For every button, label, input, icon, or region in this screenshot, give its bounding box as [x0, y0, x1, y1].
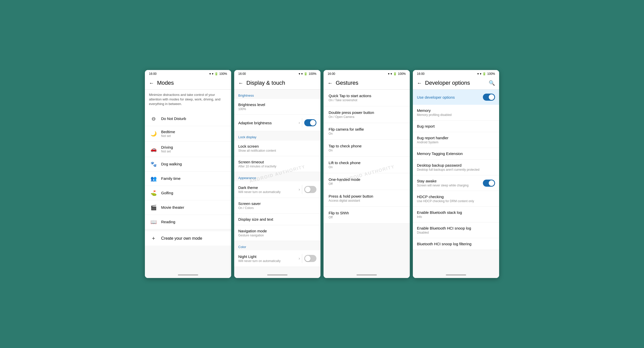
- setting-item-1-0[interactable]: Lock screenShow all notification content: [234, 141, 320, 156]
- gesture-name-7: Flip to Shhh: [329, 211, 405, 215]
- setting-item-1-1[interactable]: Screen timeoutAfter 10 minutes of inacti…: [234, 156, 320, 172]
- mode-name-7: Reading: [161, 220, 175, 224]
- gesture-item-3[interactable]: Tap to check phoneOn: [324, 140, 410, 156]
- modes-screen: 16:00 ▾ ▾ 🔋 100% ←ModesMinimize distract…: [145, 70, 231, 278]
- mode-item-3[interactable]: 🐾 Dog walking: [145, 157, 231, 171]
- setting-name-2-1: Screen saver: [238, 201, 316, 206]
- setting-item-2-3[interactable]: Navigation modeGesture navigation: [234, 225, 320, 241]
- screen-header: ←Display & touch: [234, 77, 320, 90]
- mode-item-6[interactable]: 🎬 Movie theater: [145, 200, 231, 215]
- mode-info-3: Dog walking: [161, 162, 182, 166]
- status-time: 16:00: [149, 72, 157, 76]
- mode-icon-0: ⊖: [150, 115, 157, 122]
- dev-setting-name-5: Stay awake: [417, 179, 468, 183]
- setting-sub-2-0: Will never turn on automatically: [238, 190, 299, 194]
- chevron-right-icon: ›: [299, 187, 300, 192]
- battery-icon: 🔋: [304, 72, 308, 76]
- mode-name-5: Golfing: [161, 191, 173, 195]
- mode-icon-7: 📖: [150, 218, 157, 225]
- setting-left-1-1: Screen timeoutAfter 10 minutes of inacti…: [238, 160, 316, 168]
- back-arrow-icon[interactable]: ←: [238, 80, 243, 86]
- status-time: 16:00: [417, 72, 425, 76]
- status-time: 16:00: [328, 72, 335, 76]
- setting-left-2-2: Display size and text: [238, 217, 316, 221]
- dev-setting-row-5[interactable]: Stay awakeScreen will never sleep while …: [413, 175, 499, 191]
- use-developer-options-row[interactable]: Use developer options: [413, 90, 499, 105]
- dev-setting-item-0[interactable]: MemoryMemory profiling disabled: [413, 105, 499, 120]
- dev-setting-sub-7: Info: [417, 215, 495, 219]
- gesture-item-2[interactable]: Flip camera for selfieOn: [324, 123, 410, 140]
- setting-sub-2-1: On / Colors: [238, 206, 316, 210]
- mode-item-5[interactable]: ⛳ Golfing: [145, 186, 231, 200]
- wifi-icon: ▾: [301, 72, 303, 76]
- gesture-item-1[interactable]: Double press power buttonOn / Open Camer…: [324, 106, 410, 123]
- setting-item-3-0[interactable]: Night LightWill never turn on automatica…: [234, 250, 320, 267]
- search-icon[interactable]: 🔍: [489, 80, 495, 86]
- setting-sub-3-0: Will never turn on automatically: [238, 259, 299, 263]
- gesture-name-2: Flip camera for selfie: [329, 127, 405, 131]
- back-arrow-icon[interactable]: ←: [328, 80, 333, 86]
- screen-title: Display & touch: [246, 80, 316, 86]
- signal-icon: ▾: [388, 72, 389, 76]
- dev-setting-sub-0: Memory profiling disabled: [417, 113, 495, 117]
- mode-item-7[interactable]: 📖 Reading: [145, 215, 231, 229]
- mode-item-4[interactable]: 👥 Family time: [145, 171, 231, 186]
- setting-item-2-2[interactable]: Display size and text: [234, 214, 320, 225]
- toggle-switch[interactable]: [304, 255, 316, 262]
- setting-item-0-0[interactable]: Brightness level100%: [234, 99, 320, 115]
- battery-percent: 100%: [219, 72, 227, 76]
- home-indicator: [446, 274, 466, 275]
- setting-left-1-0: Lock screenShow all notification content: [238, 144, 316, 152]
- gesture-item-7[interactable]: Flip to ShhhOff: [324, 207, 410, 223]
- dev-setting-name-8: Enable Bluetooth HCI snoop log: [417, 226, 495, 230]
- phone-wrapper-2: 16:00 ▾ ▾ 🔋 100% ←GesturesQuick Tap to s…: [324, 70, 410, 278]
- gesture-item-6[interactable]: Press & hold power buttonAccess digital …: [324, 190, 410, 207]
- back-arrow-icon[interactable]: ←: [149, 80, 154, 86]
- status-bar: 16:00 ▾ ▾ 🔋 100%: [324, 70, 410, 77]
- setting-item-0-1[interactable]: Adaptive brightness›: [234, 115, 320, 131]
- dev-setting-sub-8: Disabled: [417, 231, 495, 234]
- bottom-bar: [234, 272, 320, 278]
- gesture-item-5[interactable]: One-handed modeOff: [324, 173, 410, 190]
- setting-item-2-0[interactable]: Dark themeWill never turn on automatical…: [234, 181, 320, 198]
- mode-info-4: Family time: [161, 176, 181, 181]
- mode-icon-6: 🎬: [150, 204, 157, 211]
- gesture-sub-3: On: [329, 149, 405, 152]
- toggle-switch[interactable]: [483, 94, 495, 101]
- dev-setting-item-9[interactable]: Bluetooth HCI snoop log filtering: [413, 238, 499, 250]
- mode-info-5: Golfing: [161, 191, 173, 195]
- setting-left-2-1: Screen saverOn / Colors: [238, 201, 316, 210]
- toggle-switch[interactable]: [483, 180, 495, 187]
- wifi-icon: ▾: [212, 72, 213, 76]
- dev-setting-item-4[interactable]: Desktop backup passwordDesktop full back…: [413, 160, 499, 175]
- mode-item-0[interactable]: ⊖ Do Not Disturb: [145, 112, 231, 126]
- dev-setting-item-1[interactable]: Bug report: [413, 120, 499, 132]
- dev-setting-sub-2: Android System: [417, 141, 495, 144]
- gesture-name-4: Lift to check phone: [329, 161, 405, 165]
- toggle-switch[interactable]: [304, 186, 316, 193]
- developer-content: Use developer optionsMemoryMemory profil…: [413, 90, 499, 272]
- gesture-item-0[interactable]: Quick Tap to start actionsOn / Take scre…: [324, 90, 410, 106]
- toggle-switch[interactable]: [304, 119, 316, 126]
- setting-sub-1-0: Show all notification content: [238, 149, 316, 152]
- dev-setting-item-7[interactable]: Enable Bluetooth stack logInfo: [413, 207, 499, 222]
- mode-item-2[interactable]: 🚗 Driving Not set: [145, 142, 231, 157]
- dev-setting-item-8[interactable]: Enable Bluetooth HCI snoop logDisabled: [413, 222, 499, 238]
- mode-item-1[interactable]: 🌙 Bedtime Not set: [145, 126, 231, 142]
- screens-container: 16:00 ▾ ▾ 🔋 100% ←ModesMinimize distract…: [145, 70, 499, 278]
- create-mode-label: Create your own mode: [161, 236, 202, 241]
- setting-item-2-1[interactable]: Screen saverOn / Colors: [234, 198, 320, 214]
- dev-setting-item-3[interactable]: Memory Tagging Extension: [413, 148, 499, 160]
- battery-icon: 🔋: [214, 72, 218, 76]
- mode-info-6: Movie theater: [161, 205, 184, 210]
- status-icons: ▾ ▾ 🔋 100%: [299, 72, 316, 76]
- gesture-sub-7: Off: [329, 216, 405, 219]
- create-mode-button[interactable]: + Create your own mode: [145, 231, 231, 246]
- dev-setting-item-2[interactable]: Bug report handlerAndroid System: [413, 132, 499, 148]
- dev-setting-item-6[interactable]: HDCP checkingUse HDCP checking for DRM c…: [413, 191, 499, 207]
- wifi-icon: ▾: [480, 72, 481, 76]
- battery-percent: 100%: [309, 72, 316, 76]
- gesture-item-4[interactable]: Lift to check phoneOn: [324, 156, 410, 173]
- back-arrow-icon[interactable]: ←: [417, 80, 422, 86]
- status-icons: ▾ ▾ 🔋 100%: [477, 72, 495, 76]
